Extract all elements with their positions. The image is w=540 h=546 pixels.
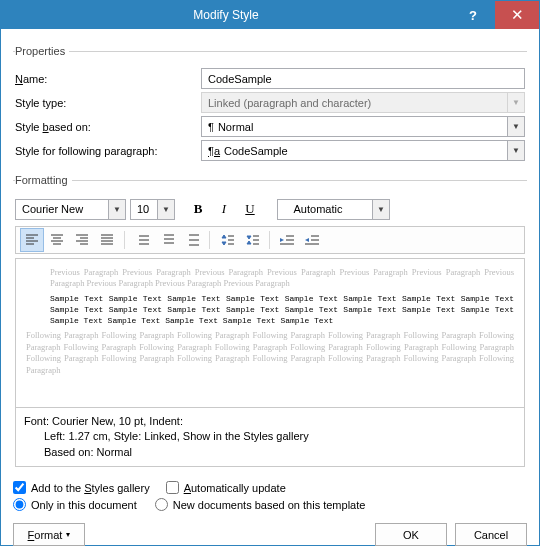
following-label: Style for following paragraph:	[15, 145, 201, 157]
spacing-2-button[interactable]	[180, 228, 204, 252]
ok-button[interactable]: OK	[375, 523, 447, 546]
svg-marker-39	[305, 238, 309, 242]
chevron-down-icon[interactable]: ▼	[158, 199, 175, 220]
svg-marker-26	[222, 242, 226, 245]
underline-button[interactable]: U	[239, 198, 261, 220]
style-description: Font: Courier New, 10 pt, Indent: Left: …	[15, 407, 525, 467]
cancel-button[interactable]: Cancel	[455, 523, 527, 546]
close-button[interactable]: ✕	[495, 1, 539, 29]
chevron-down-icon: ▼	[508, 92, 525, 113]
properties-legend: Properties	[15, 45, 69, 57]
only-this-doc-radio[interactable]: Only in this document	[13, 498, 137, 511]
formatting-legend: Formatting	[15, 174, 72, 186]
font-combo[interactable]: Courier New ▼	[15, 199, 126, 220]
preview-sample: Sample Text Sample Text Sample Text Samp…	[50, 294, 514, 326]
chevron-down-icon[interactable]: ▼	[508, 116, 525, 137]
align-center-button[interactable]	[45, 228, 69, 252]
chevron-down-icon[interactable]: ▼	[508, 140, 525, 161]
based-on-label: Style based on:	[15, 121, 201, 133]
format-button[interactable]: Format▾	[13, 523, 85, 546]
pilcrow-icon: ¶	[208, 121, 214, 133]
titlebar: Modify Style ? ✕	[1, 1, 539, 29]
preview-following: Following Paragraph Following Paragraph …	[26, 330, 514, 376]
preview-previous: Previous Paragraph Previous Paragraph Pr…	[50, 267, 514, 290]
svg-marker-30	[247, 236, 251, 239]
formatting-group: Formatting Courier New ▼ 10 ▼ B I U Auto…	[13, 174, 527, 467]
space-before-dec-button[interactable]	[240, 228, 264, 252]
new-docs-radio[interactable]: New documents based on this template	[155, 498, 366, 511]
following-combo[interactable]: ¶aCodeSample ▼	[201, 140, 525, 161]
align-justify-button[interactable]	[95, 228, 119, 252]
svg-marker-35	[280, 238, 284, 242]
chevron-down-icon[interactable]: ▼	[373, 199, 390, 220]
name-label: Name:	[15, 73, 201, 85]
name-input[interactable]: CodeSample	[201, 68, 525, 89]
preview-pane: Previous Paragraph Previous Paragraph Pr…	[15, 258, 525, 408]
spacing-15-button[interactable]	[155, 228, 179, 252]
properties-group: Properties Name: CodeSample Style type: …	[13, 45, 527, 164]
size-combo[interactable]: 10 ▼	[130, 199, 175, 220]
bold-button[interactable]: B	[187, 198, 209, 220]
style-type-label: Style type:	[15, 97, 201, 109]
based-on-combo[interactable]: ¶Normal ▼	[201, 116, 525, 137]
window-title: Modify Style	[1, 8, 451, 22]
svg-marker-31	[247, 241, 251, 244]
space-before-inc-button[interactable]	[215, 228, 239, 252]
paragraph-toolbar	[15, 226, 525, 254]
style-type-combo: Linked (paragraph and character) ▼	[201, 92, 525, 113]
svg-marker-25	[222, 235, 226, 238]
add-to-gallery-checkbox[interactable]: Add to the Styles gallery	[13, 481, 150, 494]
indent-increase-button[interactable]	[300, 228, 324, 252]
help-button[interactable]: ?	[451, 1, 495, 29]
italic-button[interactable]: I	[213, 198, 235, 220]
para-a-icon: ¶a	[208, 145, 220, 157]
auto-update-checkbox[interactable]: Automatically update	[166, 481, 286, 494]
align-left-button[interactable]	[20, 228, 44, 252]
chevron-down-icon[interactable]: ▼	[109, 199, 126, 220]
align-right-button[interactable]	[70, 228, 94, 252]
spacing-1-button[interactable]	[130, 228, 154, 252]
font-color-combo[interactable]: Automatic ▼	[277, 199, 390, 220]
indent-decrease-button[interactable]	[275, 228, 299, 252]
